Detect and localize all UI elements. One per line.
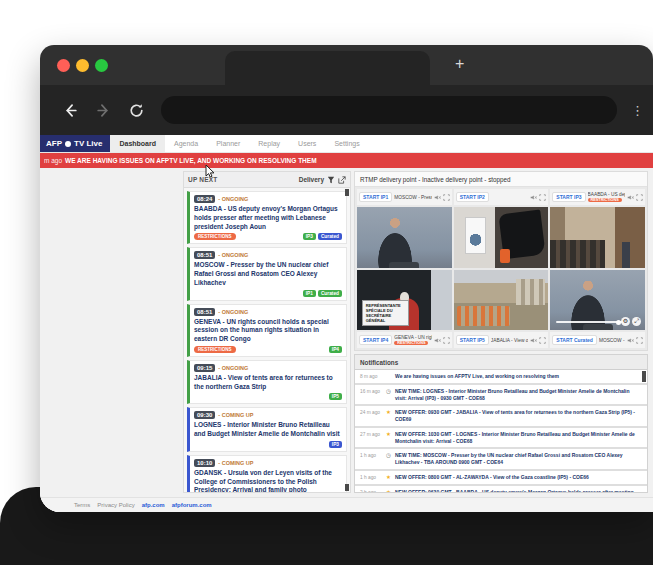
player-title: MOSCOW - Presser by t... — [394, 195, 431, 200]
video-ip4-geneva[interactable]: REPRÉSENTANTE SPÉCIALE DU SECRÉTAIRE GÉN… — [357, 270, 452, 331]
up-next-item-baabda[interactable]: 08:24ONGOING BAABDA - US deputy envoy's … — [187, 191, 347, 244]
notification-time: 8 m ago — [360, 373, 382, 379]
reload-icon[interactable] — [128, 102, 145, 119]
mute-icon[interactable] — [530, 194, 537, 201]
notification-text: NEW OFFER: 0630 GMT - BAABDA - US deputy… — [395, 489, 641, 494]
clock-icon: ◷ — [385, 388, 392, 394]
delivery-badge: IP4 — [329, 346, 342, 353]
scrollbar-up-arrow[interactable] — [345, 189, 349, 196]
address-bar[interactable] — [161, 96, 617, 124]
video-ip1-moscow[interactable] — [357, 207, 452, 268]
restrictions-tag: RESTRICTIONS — [394, 341, 428, 345]
footer-afpforum-link[interactable]: afpforum.com — [172, 502, 212, 508]
close-window-button[interactable] — [57, 59, 70, 72]
notification-row[interactable]: 27 m ago ★ NEW OFFER: 1030 GMT - LOGNES … — [355, 428, 647, 448]
microphones — [389, 262, 419, 268]
video-curated-moscow[interactable]: ⚙ ⤢ — [550, 270, 645, 331]
zoom-window-button[interactable] — [95, 59, 108, 72]
back-icon[interactable] — [62, 102, 79, 119]
notification-row[interactable]: 1 h ago ★ NEW OFFER: 0800 GMT - AL-ZAWAY… — [355, 471, 647, 484]
up-next-item-jabalia[interactable]: 09:15ONGOING JABALIA - View of tents are… — [187, 360, 347, 405]
city-buildings — [516, 279, 544, 304]
notification-time: 24 m ago — [360, 409, 382, 415]
standing-person — [622, 242, 630, 268]
event-title: GDANSK - Ursula von der Leyen visits of … — [194, 469, 342, 492]
video-ip2-camera[interactable] — [454, 207, 549, 268]
star-icon: ★ — [385, 489, 392, 494]
start-ip2-button[interactable]: START IP2 — [456, 192, 489, 202]
notifications-panel: Notifications 8 m ago We are having issu… — [354, 354, 648, 493]
delivery-badge: IP5 — [329, 393, 342, 400]
fullscreen-icon[interactable] — [443, 194, 450, 201]
minimize-window-button[interactable] — [76, 59, 89, 72]
notification-row[interactable]: 24 m ago ★ NEW OFFER: 0930 GMT - JABALIA… — [355, 406, 647, 426]
restrictions-tag: RESTRICTIONS — [194, 233, 236, 240]
nav-item-agenda[interactable]: Agenda — [165, 135, 207, 152]
new-tab-button[interactable]: + — [455, 54, 464, 74]
app-nav-bar: AFP TV Live Dashboard Agenda Planner Rep… — [40, 135, 653, 153]
up-next-item-lognes[interactable]: 09:30COMING UP LOGNES - Interior Ministe… — [187, 407, 347, 452]
fullscreen-icon[interactable] — [636, 337, 643, 344]
notification-row[interactable]: 16 m ago ◷ NEW TIME: LOGNES - Interior M… — [355, 385, 647, 405]
event-title: JABALIA - View of tents area for returne… — [194, 374, 342, 392]
rtmp-panel-header: RTMP delivery point - Inactive delivery … — [355, 172, 647, 187]
speaker-caption: REPRÉSENTANTE SPÉCIALE DU SECRÉTAIRE GÉN… — [362, 300, 410, 326]
export-icon[interactable] — [338, 176, 346, 184]
browser-menu-icon[interactable]: ⋮ — [631, 103, 641, 118]
player-header-ip5: START IP5 JABALIA - View of tents ... — [454, 332, 549, 348]
footer-afp-link[interactable]: afp.com — [142, 502, 165, 508]
mute-icon[interactable] — [530, 337, 537, 344]
nav-item-replay[interactable]: Replay — [249, 135, 289, 152]
nav-item-users[interactable]: Users — [289, 135, 325, 152]
alert-message: WE ARE HAVING ISSUES ON AFPTV LIVE, AND … — [65, 157, 316, 164]
filter-icon[interactable] — [327, 176, 335, 184]
nav-item-planner[interactable]: Planner — [207, 135, 249, 152]
notification-text: NEW OFFER: 1030 GMT - LOGNES - Interior … — [395, 431, 641, 445]
nav-item-settings[interactable]: Settings — [325, 135, 368, 152]
expand-icon[interactable]: ⤢ — [632, 317, 641, 326]
player-header-ip1: START IP1 MOSCOW - Presser by t... — [357, 189, 452, 205]
mute-icon[interactable] — [627, 194, 634, 201]
notifications-scrollbar[interactable] — [642, 371, 646, 382]
fullscreen-icon[interactable] — [636, 194, 643, 201]
event-time: 10:10 — [194, 459, 215, 467]
browser-tab[interactable] — [225, 51, 430, 85]
video-ip5-jabalia[interactable] — [454, 270, 549, 331]
footer-privacy[interactable]: Privacy Policy — [97, 502, 134, 508]
up-next-item-gdansk[interactable]: 10:10COMING UP GDANSK - Ursula von der L… — [187, 455, 347, 492]
forward-icon[interactable] — [95, 102, 112, 119]
notification-row[interactable]: 8 m ago We are having issues on AFPTV Li… — [355, 370, 647, 383]
fullscreen-icon[interactable] — [443, 337, 450, 344]
fullscreen-icon[interactable] — [539, 194, 546, 201]
up-next-item-moscow[interactable]: 08:51ONGOING MOSCOW - Presser by the UN … — [187, 247, 347, 300]
nav-item-dashboard[interactable]: Dashboard — [110, 135, 165, 152]
video-ip3-baabda[interactable] — [550, 207, 645, 268]
clock-icon: ◷ — [385, 452, 392, 458]
player-header-ip2: START IP2 — [454, 189, 549, 205]
delivery-badge: IP3 — [329, 441, 342, 448]
footer-terms[interactable]: Terms — [74, 502, 90, 508]
notification-time: 16 m ago — [360, 388, 382, 394]
start-ip3-button[interactable]: START IP3 — [552, 192, 585, 202]
mute-icon[interactable] — [434, 194, 441, 201]
scrollbar-down-arrow[interactable] — [345, 484, 349, 491]
start-ip4-button[interactable]: START IP4 — [359, 335, 392, 345]
event-time: 09:15 — [194, 364, 215, 372]
up-next-item-geneva[interactable]: 08:51ONGOING GENEVA - UN rights council … — [187, 304, 347, 357]
event-title: MOSCOW - Presser by the UN nuclear chief… — [194, 261, 342, 287]
fullscreen-icon[interactable] — [539, 337, 546, 344]
notification-time: 1 h ago — [360, 474, 382, 480]
press-crowd — [550, 240, 605, 267]
start-ip1-button[interactable]: START IP1 — [359, 192, 392, 202]
notification-time: 2 h ago — [360, 489, 382, 494]
settings-gear-icon[interactable]: ⚙ — [621, 317, 630, 326]
start-curated-button[interactable]: START Curated — [552, 335, 597, 345]
rtmp-delivery-panel: RTMP delivery point - Inactive delivery … — [354, 171, 648, 351]
progress-handle[interactable] — [616, 320, 621, 325]
mute-icon[interactable] — [434, 337, 441, 344]
notification-row[interactable]: 2 h ago ★ NEW OFFER: 0630 GMT - BAABDA -… — [355, 486, 647, 494]
notification-row[interactable]: 1 h ago ◷ NEW TIME: MOSCOW - Presser by … — [355, 449, 647, 469]
start-ip5-button[interactable]: START IP5 — [456, 335, 489, 345]
afp-tv-live-logo[interactable]: AFP TV Live — [40, 135, 110, 152]
mute-icon[interactable] — [627, 337, 634, 344]
